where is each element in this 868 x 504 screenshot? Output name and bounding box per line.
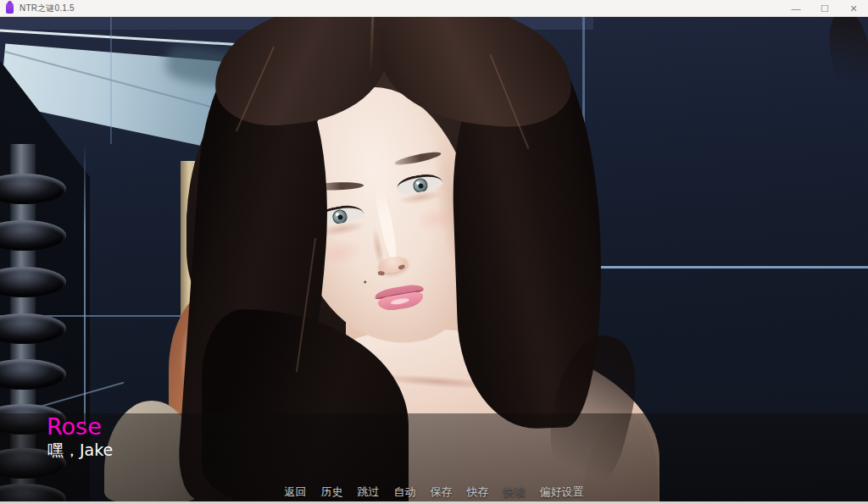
- title-bar: NTR之谜0.1.5 — ☐ ✕: [0, 0, 868, 17]
- game-scene[interactable]: Rose 嘿，Jake 返回历史跳过自动保存快存快读偏好设置: [0, 17, 868, 501]
- hair-wisp: [824, 17, 868, 116]
- dialogue-text: 嘿，Jake: [47, 440, 113, 462]
- quickmenu-item-7: 快读: [504, 485, 526, 500]
- window-title: NTR之谜0.1.5: [19, 3, 75, 14]
- dialogue-box: Rose 嘿，Jake 返回历史跳过自动保存快存快读偏好设置: [0, 413, 868, 501]
- tile-grout-line: [84, 142, 86, 426]
- app-icon: [6, 3, 14, 14]
- quickmenu-item-3[interactable]: 跳过: [358, 485, 380, 500]
- quickmenu-item-4[interactable]: 自动: [394, 485, 416, 500]
- window-controls: — ☐ ✕: [782, 0, 868, 16]
- quickmenu-item-5[interactable]: 保存: [431, 485, 453, 500]
- minimize-button[interactable]: —: [782, 0, 810, 16]
- game-window: NTR之谜0.1.5 — ☐ ✕: [0, 0, 868, 504]
- maximize-button[interactable]: ☐: [810, 0, 839, 16]
- quick-menu: 返回历史跳过自动保存快存快读偏好设置: [0, 485, 868, 500]
- tile-grout-line: [110, 17, 112, 144]
- quickmenu-item-8[interactable]: 偏好设置: [540, 485, 584, 500]
- quickmenu-item-6[interactable]: 快存: [467, 485, 489, 500]
- quickmenu-item-1[interactable]: 返回: [285, 485, 307, 500]
- close-button[interactable]: ✕: [839, 0, 868, 16]
- speaker-name: Rose: [47, 413, 102, 440]
- quickmenu-item-2[interactable]: 历史: [321, 485, 343, 500]
